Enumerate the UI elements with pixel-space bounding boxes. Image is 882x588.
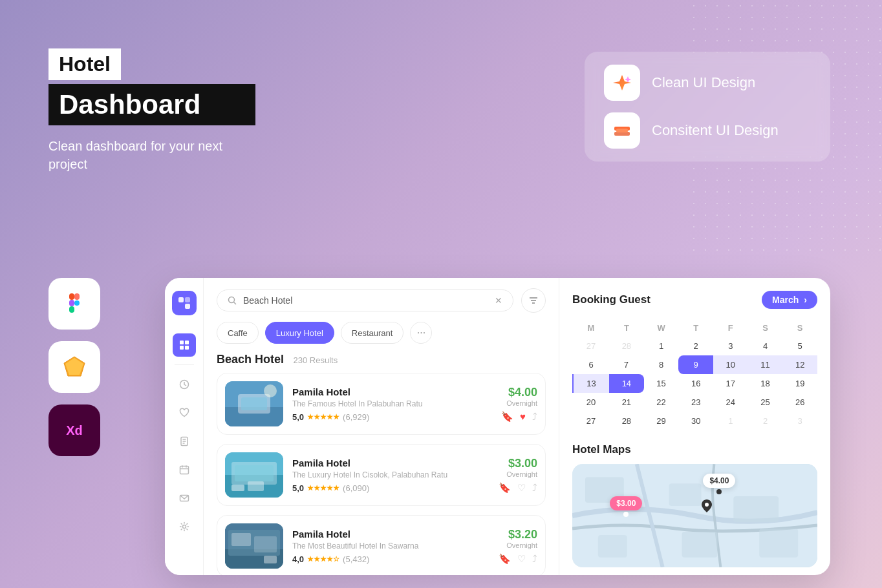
calendar-day[interactable]: 21 — [609, 393, 644, 412]
calendar-day[interactable]: 20 — [573, 393, 609, 412]
calendar-day[interactable]: 3 — [713, 337, 748, 355]
stars-2: ★★★★★ — [307, 484, 339, 492]
search-clear-icon[interactable]: ✕ — [495, 295, 502, 306]
hotel-name-1: Pamila Hotel — [292, 386, 492, 397]
category-more-button[interactable]: ··· — [410, 322, 432, 344]
hotel-info-3: Pamila Hotel The Most Beautiful Hotel In… — [292, 529, 489, 564]
category-restaurant[interactable]: Restaurant — [341, 322, 404, 344]
calendar-day[interactable]: 6 — [573, 355, 609, 374]
hotel-actions-3: 🔖 ♡ ⤴ — [499, 553, 537, 565]
calendar-day[interactable]: 5 — [782, 337, 817, 355]
svg-rect-11 — [185, 297, 190, 302]
svg-rect-48 — [254, 536, 277, 552]
share-icon-3[interactable]: ⤴ — [532, 553, 537, 565]
calendar-day[interactable]: 24 — [713, 393, 748, 412]
hotel-list: Pamila Hotel The Famous Hotel In Palabuh… — [204, 373, 559, 575]
search-input-wrap[interactable]: ✕ — [217, 289, 513, 311]
calendar-day[interactable]: 10 — [713, 355, 748, 374]
calendar-day[interactable]: 16 — [678, 374, 713, 393]
svg-rect-55 — [682, 532, 718, 558]
hotel-location-1: The Famous Hotel In Palabuhan Ratu — [292, 399, 492, 408]
sidebar-icon-mail[interactable] — [173, 487, 196, 510]
like-icon-1[interactable]: ♥ — [520, 411, 526, 423]
svg-rect-43 — [248, 481, 264, 491]
calendar-day[interactable]: 28 — [609, 337, 644, 355]
hotel-actions-1: 🔖 ♥ ⤴ — [501, 411, 537, 423]
hotel-item-3[interactable]: Pamila Hotel The Most Beautiful Hotel In… — [217, 515, 546, 575]
calendar-day[interactable]: 1 — [713, 412, 748, 430]
calendar-day[interactable]: 13 — [573, 374, 609, 393]
search-input[interactable] — [243, 295, 488, 306]
bookmark-icon-1[interactable]: 🔖 — [501, 411, 513, 423]
map-dot-4 — [716, 489, 722, 494]
like-icon-3[interactable]: ♡ — [517, 553, 526, 565]
share-icon-1[interactable]: ⤴ — [532, 411, 537, 423]
svg-point-28 — [229, 297, 235, 303]
calendar-day[interactable]: 9 — [678, 355, 713, 374]
calendar-day[interactable]: 28 — [609, 412, 644, 430]
calendar-day[interactable]: 12 — [782, 355, 817, 374]
svg-rect-4 — [74, 293, 80, 300]
calendar-day[interactable]: 8 — [644, 355, 679, 374]
map-container: $4.00 $3.00 — [572, 464, 817, 567]
hotel-info-2: Pamila Hotel The Luxury Hotel In Cisolok… — [292, 457, 489, 493]
calendar-day[interactable]: 17 — [713, 374, 748, 393]
calendar-day[interactable]: 2 — [678, 337, 713, 355]
stars-1: ★★★★★ — [307, 413, 339, 421]
calendar-day[interactable]: 25 — [748, 393, 783, 412]
bookmark-icon-3[interactable]: 🔖 — [499, 553, 511, 565]
sidebar-icon-heart[interactable] — [173, 401, 196, 425]
filter-button[interactable] — [521, 288, 546, 313]
hotel-location-3: The Most Beautiful Hotel In Sawarna — [292, 541, 489, 551]
sidebar-icon-doc[interactable] — [173, 430, 196, 453]
calendar-day[interactable]: 27 — [573, 337, 609, 355]
calendar-day[interactable]: 15 — [644, 374, 679, 393]
calendar-day[interactable]: 7 — [609, 355, 644, 374]
calendar-day[interactable]: 26 — [782, 393, 817, 412]
hotel-item-1[interactable]: Pamila Hotel The Famous Hotel In Palabuh… — [217, 373, 546, 435]
sidebar-icon-gear[interactable] — [173, 515, 196, 538]
category-caffe[interactable]: Caffe — [217, 322, 259, 344]
calendar-day[interactable]: 4 — [748, 337, 783, 355]
calendar-day[interactable]: 30 — [678, 412, 713, 430]
calendar-day[interactable]: 1 — [644, 337, 679, 355]
calendar-day[interactable]: 18 — [748, 374, 783, 393]
category-luxury-hotel[interactable]: Luxury Hotel — [265, 322, 334, 344]
sidebar-icon-grid[interactable] — [173, 333, 196, 357]
calendar-day[interactable]: 23 — [678, 393, 713, 412]
month-selector[interactable]: March › — [762, 291, 817, 309]
sidebar-icon-calendar[interactable] — [173, 458, 196, 481]
subtitle: Clean dashboard for your next project — [48, 137, 255, 173]
share-icon-2[interactable]: ⤴ — [532, 482, 537, 494]
stars-3: ★★★★☆ — [307, 555, 339, 563]
svg-rect-16 — [185, 346, 189, 350]
calendar-day[interactable]: 19 — [782, 374, 817, 393]
hotel-item-2[interactable]: Pamila Hotel The Luxury Hotel In Cisolok… — [217, 444, 546, 506]
calendar-day[interactable]: 11 — [748, 355, 783, 374]
bookmark-icon-2[interactable]: 🔖 — [499, 482, 511, 494]
svg-line-29 — [234, 302, 237, 305]
svg-rect-47 — [231, 533, 251, 546]
calendar-day[interactable]: 2 — [748, 412, 783, 430]
calendar-day[interactable]: 27 — [573, 412, 609, 430]
sidebar — [165, 278, 204, 575]
calendar-day[interactable]: 14 — [609, 374, 644, 393]
calendar-day[interactable]: 22 — [644, 393, 679, 412]
svg-rect-15 — [180, 346, 184, 350]
svg-rect-52 — [669, 483, 702, 506]
cal-header-wed: W — [644, 319, 679, 337]
booking-header: Booking Guest March › — [572, 291, 817, 309]
hotel-label: Hotel — [48, 48, 121, 80]
cal-header-thu: T — [678, 319, 713, 337]
calendar-day[interactable]: 29 — [644, 412, 679, 430]
like-icon-2[interactable]: ♡ — [517, 482, 526, 494]
cal-header-tue: T — [609, 319, 644, 337]
sidebar-icon-clock[interactable] — [173, 373, 196, 396]
booking-title: Booking Guest — [572, 293, 651, 306]
hotel-image-3 — [225, 523, 283, 569]
rating-value-1: 5,0 — [292, 412, 304, 422]
calendar-day[interactable]: 3 — [782, 412, 817, 430]
svg-point-7 — [74, 300, 80, 306]
svg-rect-6 — [69, 306, 74, 313]
badge-item-clean-ui: Clean UI Design — [604, 65, 811, 101]
